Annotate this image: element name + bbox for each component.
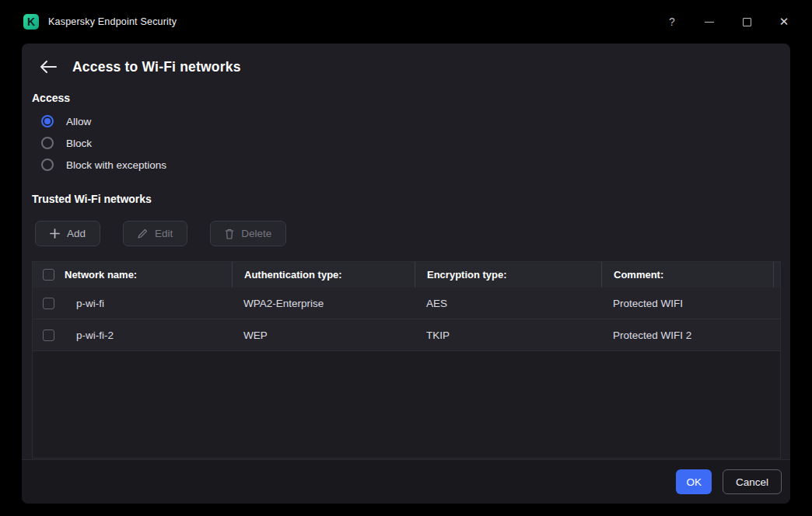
add-button[interactable]: Add [35, 221, 100, 246]
window-title: Kaspersky Endpoint Security [48, 16, 177, 27]
cell-encryption-type: AES [415, 298, 601, 309]
cell-authentication-type: WPA2-Enterprise [232, 298, 415, 309]
scrollbar-gutter [773, 262, 780, 288]
radio-option-block[interactable]: Block [32, 132, 781, 154]
cell-comment: Protected WIFI [601, 298, 773, 309]
trash-icon [225, 228, 234, 239]
plus-icon [50, 228, 60, 239]
row-checkbox[interactable] [43, 298, 54, 309]
column-header-encryption-type[interactable]: Encryption type: [415, 262, 601, 288]
page-header: Access to Wi-Fi networks [32, 54, 781, 79]
edit-button-label: Edit [155, 228, 173, 239]
add-button-label: Add [67, 228, 86, 239]
table-toolbar: Add Edit Delete [35, 221, 781, 246]
trusted-section-label: Trusted Wi-Fi networks [32, 193, 781, 205]
access-section-label: Access [32, 92, 781, 104]
panel-body: Access to Wi-Fi networks Access Allow Bl… [22, 44, 790, 459]
minimize-button[interactable] [694, 9, 725, 35]
radio-label: Allow [66, 116, 91, 127]
help-button[interactable]: ? [656, 9, 688, 35]
radio-option-allow[interactable]: Allow [32, 110, 781, 132]
maximize-icon [743, 18, 751, 26]
ok-button[interactable]: OK [676, 469, 712, 494]
maximize-button[interactable] [731, 9, 762, 35]
titlebar: K Kaspersky Endpoint Security ? ✕ [0, 0, 812, 44]
page-title: Access to Wi-Fi networks [72, 59, 241, 75]
radio-icon[interactable] [41, 115, 54, 127]
header-checkbox-cell [33, 269, 65, 281]
minimize-icon [705, 22, 714, 23]
edit-button[interactable]: Edit [123, 221, 187, 246]
radio-icon[interactable] [41, 137, 54, 149]
table-header-row: Network name: Authentication type: Encry… [33, 262, 780, 288]
trusted-networks-table: Network name: Authentication type: Encry… [32, 261, 781, 458]
cell-comment: Protected WIFI 2 [601, 329, 773, 341]
cell-network-name: p-wi-fi [65, 298, 232, 309]
table-row[interactable]: p-wi-fi WPA2-Enterprise AES Protected WI… [33, 288, 780, 319]
delete-button-label: Delete [241, 228, 271, 239]
pencil-icon [138, 228, 148, 239]
arrow-left-icon [40, 61, 57, 73]
kaspersky-logo-icon: K [23, 14, 39, 30]
back-button[interactable] [37, 55, 60, 78]
radio-option-block-with-exceptions[interactable]: Block with exceptions [32, 154, 781, 176]
cell-network-name: p-wi-fi-2 [65, 329, 232, 341]
column-header-comment[interactable]: Comment: [601, 262, 773, 288]
row-checkbox[interactable] [43, 329, 54, 341]
radio-label: Block with exceptions [66, 159, 166, 171]
row-checkbox-cell [33, 298, 65, 309]
radio-label: Block [66, 138, 92, 149]
delete-button[interactable]: Delete [210, 221, 286, 246]
cell-authentication-type: WEP [232, 329, 415, 341]
table-empty-area [33, 351, 780, 458]
settings-panel: Access to Wi-Fi networks Access Allow Bl… [22, 44, 790, 504]
cell-encryption-type: TKIP [415, 329, 601, 341]
row-checkbox-cell [33, 329, 65, 341]
cancel-button[interactable]: Cancel [723, 469, 782, 494]
table-row[interactable]: p-wi-fi-2 WEP TKIP Protected WIFI 2 [33, 319, 780, 351]
radio-icon[interactable] [41, 159, 54, 171]
column-header-network-name[interactable]: Network name: [65, 269, 232, 281]
close-button[interactable]: ✕ [768, 9, 800, 35]
dialog-footer: OK Cancel [22, 459, 790, 504]
select-all-checkbox[interactable] [43, 269, 54, 281]
column-header-authentication-type[interactable]: Authentication type: [232, 262, 415, 288]
